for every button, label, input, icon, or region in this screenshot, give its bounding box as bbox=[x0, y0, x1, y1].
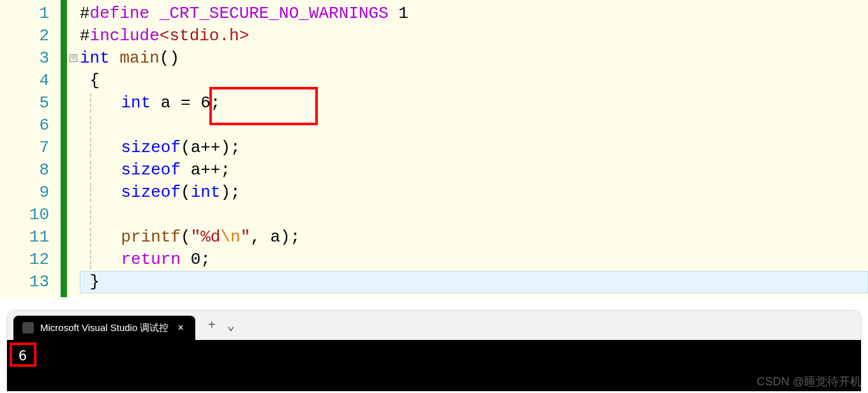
fold-column[interactable]: ⊟ bbox=[67, 0, 80, 297]
change-margin bbox=[61, 0, 67, 297]
code-line[interactable]: printf("%d\n", a); bbox=[80, 226, 868, 249]
annotation-box bbox=[10, 343, 36, 367]
code-line[interactable]: #include<stdio.h> bbox=[80, 25, 868, 47]
code-line[interactable]: int a = 6; bbox=[80, 92, 868, 114]
code-content[interactable]: #define _CRT_SECURE_NO_WARNINGS 1 #inclu… bbox=[80, 0, 868, 297]
terminal-tab-icon bbox=[22, 322, 34, 334]
line-number: 13 bbox=[0, 271, 49, 293]
line-number: 4 bbox=[0, 70, 49, 92]
code-line[interactable]: int main() bbox=[80, 47, 868, 70]
terminal-tab-bar: Microsoft Visual Studio 调试控 × + ⌄ bbox=[7, 311, 861, 340]
code-line[interactable]: sizeof(a++); bbox=[80, 137, 868, 159]
terminal-tab-title: Microsoft Visual Studio 调试控 bbox=[40, 322, 168, 334]
code-line[interactable] bbox=[80, 114, 868, 137]
line-number: 11 bbox=[0, 226, 49, 249]
fold-toggle-icon[interactable]: ⊟ bbox=[70, 54, 77, 62]
line-number: 1 bbox=[0, 3, 49, 25]
code-line[interactable]: #define _CRT_SECURE_NO_WARNINGS 1 bbox=[80, 3, 868, 25]
line-number: 3 bbox=[0, 47, 49, 70]
tab-dropdown-icon[interactable]: ⌄ bbox=[227, 318, 235, 334]
close-icon[interactable]: × bbox=[175, 322, 186, 334]
line-number: 5 bbox=[0, 92, 49, 114]
tab-actions: + ⌄ bbox=[208, 318, 235, 334]
line-number: 7 bbox=[0, 137, 49, 159]
code-line[interactable]: sizeof a++; bbox=[80, 159, 868, 181]
code-line-current[interactable]: } bbox=[80, 271, 868, 293]
code-line[interactable]: return 0; bbox=[80, 249, 868, 271]
code-line[interactable]: sizeof(int); bbox=[80, 181, 868, 204]
terminal-tab[interactable]: Microsoft Visual Studio 调试控 × bbox=[13, 316, 195, 340]
line-number: 8 bbox=[0, 159, 49, 181]
line-number-gutter: 1 2 3 4 5 6 7 8 9 10 11 12 13 bbox=[0, 0, 61, 297]
new-tab-button[interactable]: + bbox=[208, 318, 216, 333]
terminal-window: Microsoft Visual Studio 调试控 × + ⌄ 6 bbox=[6, 310, 862, 392]
code-editor: 1 2 3 4 5 6 7 8 9 10 11 12 13 ⊟ #define … bbox=[0, 0, 868, 297]
line-number: 9 bbox=[0, 181, 49, 204]
line-number: 12 bbox=[0, 249, 49, 271]
line-number: 6 bbox=[0, 114, 49, 137]
line-number: 10 bbox=[0, 204, 49, 226]
line-number: 2 bbox=[0, 25, 49, 47]
code-line[interactable] bbox=[80, 204, 868, 226]
terminal-output[interactable]: 6 bbox=[7, 340, 861, 392]
code-line[interactable]: { bbox=[80, 70, 868, 92]
